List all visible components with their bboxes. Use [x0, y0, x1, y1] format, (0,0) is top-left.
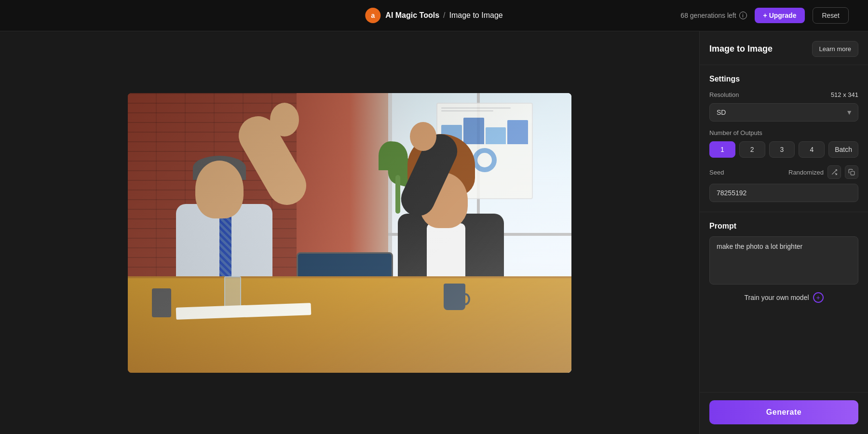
output-4-button[interactable]: 4 [799, 141, 825, 158]
image-area [0, 31, 699, 434]
generations-left: 68 generations left i [680, 12, 746, 19]
avatar: a [365, 8, 380, 23]
resolution-row: Resolution 512 x 341 [709, 91, 858, 98]
train-model-row[interactable]: Train your own model + [709, 286, 858, 309]
breadcrumb-separator: / [443, 11, 445, 20]
svg-rect-2 [851, 171, 854, 175]
upgrade-button[interactable]: + Upgrade [755, 8, 805, 23]
main-layout: Image to Image Learn more Settings Resol… [0, 31, 868, 434]
mug-handle [461, 293, 470, 305]
generate-button[interactable]: Generate [709, 400, 858, 424]
train-plus-icon: + [813, 292, 824, 303]
breadcrumb-text: AI Magic Tools / Image to Image [385, 11, 502, 20]
output-2-button[interactable]: 2 [739, 141, 765, 158]
image-container [128, 93, 571, 373]
breadcrumb-tool: AI Magic Tools [385, 11, 439, 20]
topbar: a AI Magic Tools / Image to Image 68 gen… [0, 0, 868, 31]
settings-section: Settings Resolution 512 x 341 SD HD Full… [700, 65, 868, 212]
sidebar-header: Image to Image Learn more [700, 31, 868, 65]
output-1-button[interactable]: 1 [709, 141, 735, 158]
seed-label: Seed [709, 169, 724, 176]
seed-shuffle-button[interactable] [827, 165, 841, 179]
resolution-value: 512 x 341 [831, 91, 858, 98]
info-icon[interactable]: i [739, 12, 747, 19]
train-model-label: Train your own model [744, 294, 809, 301]
seed-row: Seed Randomized [709, 165, 858, 179]
prompt-label: Prompt [709, 222, 858, 231]
seed-input[interactable] [709, 184, 858, 202]
glass [224, 276, 241, 310]
seed-randomized-label: Randomized [788, 169, 824, 176]
learn-more-button[interactable]: Learn more [812, 41, 858, 57]
resolution-label: Resolution [709, 91, 739, 98]
resolution-select[interactable]: SD HD Full HD [709, 103, 858, 122]
settings-label: Settings [709, 75, 858, 83]
seed-controls: Randomized [788, 165, 858, 179]
pens-cup [152, 288, 171, 317]
output-3-button[interactable]: 3 [769, 141, 795, 158]
reset-button[interactable]: Reset [813, 7, 849, 24]
table [128, 276, 571, 373]
batch-button[interactable]: Batch [828, 141, 858, 158]
topbar-right: 68 generations left i + Upgrade Reset [680, 7, 849, 24]
sidebar-title: Image to Image [709, 44, 773, 54]
uploaded-image [128, 93, 571, 373]
prompt-textarea[interactable]: make the photo a lot brighter [709, 236, 858, 285]
sidebar: Image to Image Learn more Settings Resol… [699, 31, 868, 434]
seed-copy-button[interactable] [845, 165, 858, 179]
prompt-section: Prompt make the photo a lot brighter Tra… [700, 212, 868, 393]
outputs-buttons: 1 2 3 4 Batch [709, 141, 858, 158]
outputs-label: Number of Outputs [709, 129, 858, 136]
resolution-dropdown[interactable]: SD HD Full HD ▼ [709, 103, 858, 122]
breadcrumb: a AI Magic Tools / Image to Image [365, 8, 502, 23]
breadcrumb-page: Image to Image [449, 11, 503, 20]
